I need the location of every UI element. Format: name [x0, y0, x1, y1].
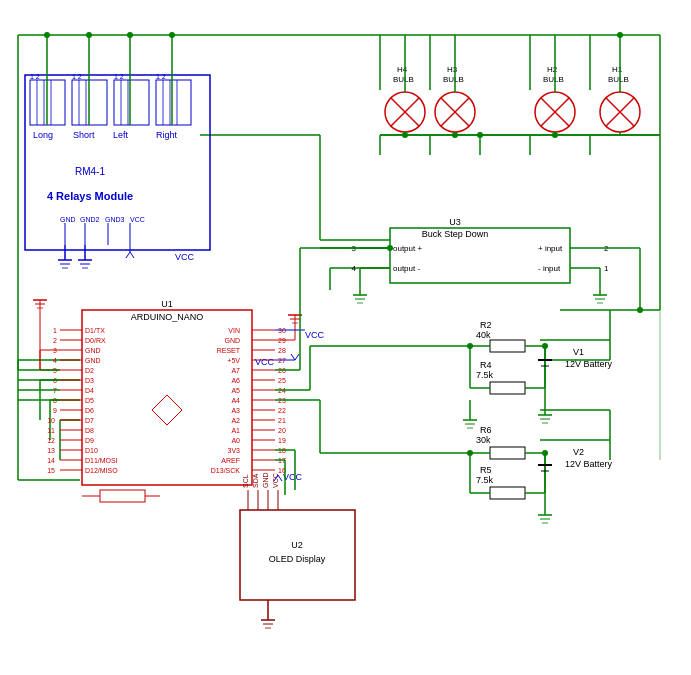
relay-vcc-label: VCC: [175, 252, 195, 262]
relay-gnd2: GND2: [80, 216, 100, 223]
svg-text:+ input: + input: [538, 244, 563, 253]
h1-label: H1: [612, 65, 623, 74]
svg-text:10: 10: [47, 417, 55, 424]
svg-rect-233: [490, 382, 525, 394]
r6-label: R6: [480, 425, 492, 435]
svg-rect-254: [490, 487, 525, 499]
svg-text:1 2: 1 2: [114, 73, 124, 80]
svg-text:GND: GND: [85, 347, 101, 354]
r2-label: R2: [480, 320, 492, 330]
svg-text:21: 21: [278, 417, 286, 424]
svg-text:28: 28: [278, 347, 286, 354]
oled-vcc-label: VCC: [283, 472, 303, 482]
svg-text:D3: D3: [85, 377, 94, 384]
svg-text:11: 11: [47, 427, 55, 434]
svg-text:4: 4: [352, 264, 357, 273]
relay-gnd3: GND3: [105, 216, 125, 223]
svg-point-227: [637, 307, 643, 313]
r2-value: 40k: [476, 330, 491, 340]
oled-desc: OLED Display: [269, 554, 326, 564]
svg-text:4: 4: [53, 357, 57, 364]
svg-point-97: [402, 132, 408, 138]
svg-text:D2: D2: [85, 367, 94, 374]
svg-text:A2: A2: [231, 417, 240, 424]
relay-vcc: VCC: [130, 216, 145, 223]
svg-text:GND: GND: [262, 472, 269, 488]
svg-text:D9: D9: [85, 437, 94, 444]
svg-text:1 2: 1 2: [72, 73, 82, 80]
h4-type: BULB: [393, 75, 414, 84]
svg-point-308: [44, 32, 50, 38]
svg-text:GND: GND: [224, 337, 240, 344]
svg-text:- input: - input: [538, 264, 561, 273]
svg-text:25: 25: [278, 377, 286, 384]
h2-type: BULB: [543, 75, 564, 84]
svg-point-309: [86, 32, 92, 38]
svg-text:1: 1: [53, 327, 57, 334]
svg-text:output -: output -: [393, 264, 420, 273]
svg-point-313: [169, 32, 175, 38]
svg-text:19: 19: [278, 437, 286, 444]
oled-label: U2: [291, 540, 303, 550]
relay-pin-short: Short: [73, 130, 95, 140]
v1-label: V1: [573, 347, 584, 357]
svg-text:9: 9: [53, 407, 57, 414]
svg-text:A7: A7: [231, 367, 240, 374]
r5-value: 7.5k: [476, 475, 494, 485]
svg-text:22: 22: [278, 407, 286, 414]
svg-text:2: 2: [53, 337, 57, 344]
svg-text:13: 13: [47, 447, 55, 454]
h3-type: BULB: [443, 75, 464, 84]
svg-text:SDA: SDA: [252, 473, 259, 488]
svg-rect-228: [490, 340, 525, 352]
v2-desc: 12V Battery: [565, 459, 613, 469]
arduino-vcc: VCC: [255, 357, 275, 367]
svg-text:D12/MISO: D12/MISO: [85, 467, 118, 474]
vcc-label-2: VCC: [305, 330, 325, 340]
svg-text:AREF: AREF: [221, 457, 240, 464]
svg-rect-249: [490, 447, 525, 459]
h3-label: H3: [447, 65, 458, 74]
svg-text:D5: D5: [85, 397, 94, 404]
h2-label: H2: [547, 65, 558, 74]
svg-text:D7: D7: [85, 417, 94, 424]
svg-text:A3: A3: [231, 407, 240, 414]
svg-point-300: [387, 245, 393, 251]
svg-text:A4: A4: [231, 397, 240, 404]
svg-text:D13/SCK: D13/SCK: [211, 467, 241, 474]
svg-point-95: [617, 32, 623, 38]
svg-text:D4: D4: [85, 387, 94, 394]
svg-text:A5: A5: [231, 387, 240, 394]
svg-text:SCL: SCL: [242, 474, 249, 488]
svg-text:GND: GND: [85, 357, 101, 364]
r5-label: R5: [480, 465, 492, 475]
svg-text:12: 12: [47, 437, 55, 444]
svg-text:RESET: RESET: [217, 347, 241, 354]
schematic-diagram: 1 2 1 2 1 2 1 2 Long Short Left Right RM…: [0, 0, 691, 675]
relay-module-id: RM4-1: [75, 166, 105, 177]
h1-type: BULB: [608, 75, 629, 84]
relay-pin-long: Long: [33, 130, 53, 140]
svg-text:D0/RX: D0/RX: [85, 337, 106, 344]
svg-text:+5V: +5V: [227, 357, 240, 364]
svg-text:D11/MOSI: D11/MOSI: [85, 457, 118, 464]
svg-text:D8: D8: [85, 427, 94, 434]
svg-text:D6: D6: [85, 407, 94, 414]
svg-text:1 2: 1 2: [156, 73, 166, 80]
arduino-label: U1: [161, 299, 173, 309]
svg-text:D1/TX: D1/TX: [85, 327, 105, 334]
relay-module-label: 4 Relays Module: [47, 190, 133, 202]
svg-point-98: [552, 132, 558, 138]
svg-text:1 2: 1 2: [30, 73, 40, 80]
svg-text:1: 1: [604, 264, 609, 273]
svg-text:20: 20: [278, 427, 286, 434]
v1-desc: 12V Battery: [565, 359, 613, 369]
svg-text:A1: A1: [231, 427, 240, 434]
relay-pin-left: Left: [113, 130, 129, 140]
buck-label: U3: [449, 217, 461, 227]
svg-point-311: [127, 32, 133, 38]
svg-text:output +: output +: [393, 244, 422, 253]
r6-value: 30k: [476, 435, 491, 445]
svg-text:14: 14: [47, 457, 55, 464]
svg-text:VIN: VIN: [228, 327, 240, 334]
